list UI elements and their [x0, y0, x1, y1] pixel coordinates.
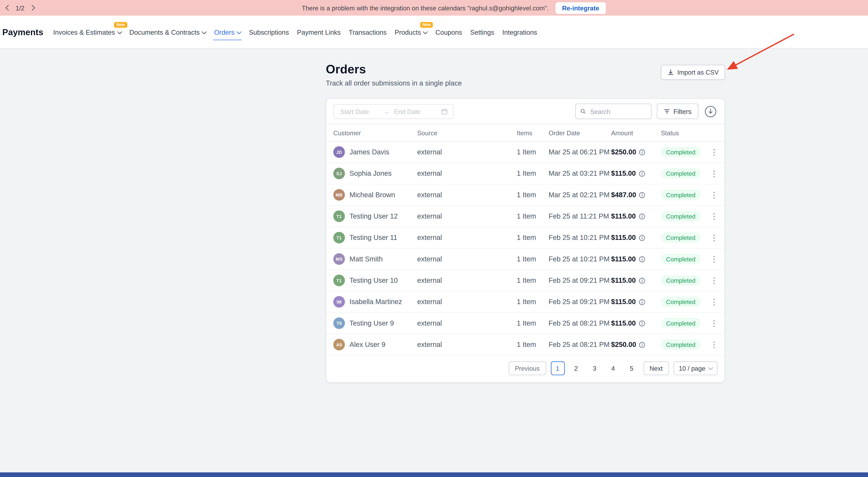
nav-label: Products [395, 29, 421, 36]
customer-name[interactable]: Testing User 11 [349, 234, 397, 242]
page-size-select[interactable]: 10 / page [674, 361, 717, 375]
next-page-button[interactable]: Next [643, 361, 669, 375]
customer-name[interactable]: Testing User 12 [349, 212, 398, 220]
col-customer: Customer [333, 129, 417, 136]
customer-name[interactable]: Testing User 9 [349, 319, 394, 327]
customer-name[interactable]: Testing User 10 [349, 276, 398, 284]
amount-value: $115.00 [611, 234, 636, 242]
info-icon[interactable] [639, 213, 645, 219]
info-icon[interactable] [639, 192, 646, 198]
row-actions-menu-icon[interactable]: ⋮ [704, 148, 724, 156]
new-badge: New [114, 22, 127, 28]
date-range-picker[interactable]: → [333, 104, 454, 119]
row-actions-menu-icon[interactable]: ⋮ [704, 212, 724, 220]
search-box[interactable] [575, 104, 651, 119]
status-badge: Completed [661, 254, 701, 264]
row-actions-menu-icon[interactable]: ⋮ [704, 191, 724, 199]
integration-alert-banner: 1/2 There is a problem with the integrat… [0, 0, 868, 15]
table-row[interactable]: T1Testing User 11 external 1 Item Feb 25… [327, 227, 724, 248]
avatar: MB [333, 189, 345, 201]
reintegrate-button[interactable]: Re-integrate [556, 2, 606, 14]
order-date-cell: Feb 25 at 09:21 PM [549, 276, 611, 284]
table-row[interactable]: T1Testing User 12 external 1 Item Feb 25… [327, 206, 724, 227]
row-actions-menu-icon[interactable]: ⋮ [704, 169, 724, 178]
status-cell: Completed [661, 275, 704, 286]
row-actions-menu-icon[interactable]: ⋮ [704, 234, 724, 242]
table-row[interactable]: A9Alex User 9 external 1 Item Feb 25 at … [327, 334, 724, 355]
nav-item-coupons[interactable]: Coupons [431, 21, 466, 43]
avatar: T1 [333, 232, 345, 243]
row-actions-menu-icon[interactable]: ⋮ [704, 298, 724, 306]
table-row[interactable]: MSMatt Smith external 1 Item Feb 25 at 1… [327, 248, 724, 270]
amount-cell: $115.00 [611, 234, 661, 242]
nav-item-subscriptions[interactable]: Subscriptions [245, 21, 293, 43]
nav-item-transactions[interactable]: Transactions [345, 21, 391, 43]
table-row[interactable]: JDJames Davis external 1 Item Mar 25 at … [327, 142, 724, 163]
filters-label: Filters [673, 108, 691, 115]
page-number-3[interactable]: 3 [588, 361, 601, 375]
page-title: Orders [326, 62, 462, 76]
export-download-button[interactable] [704, 104, 717, 118]
filter-icon [663, 108, 670, 114]
table-row[interactable]: T9Testing User 9 external 1 Item Feb 25 … [327, 313, 724, 334]
banner-next-icon[interactable] [28, 4, 35, 12]
source-cell: external [417, 212, 517, 220]
customer-name[interactable]: Micheal Brown [349, 191, 395, 199]
previous-page-button[interactable]: Previous [508, 361, 546, 375]
chevron-down-icon [708, 365, 713, 370]
customer-name[interactable]: Isabella Martinez [349, 298, 402, 306]
avatar: IM [333, 296, 345, 308]
table-row[interactable]: MBMicheal Brown external 1 Item Mar 25 a… [327, 184, 724, 206]
customer-name[interactable]: James Davis [349, 148, 389, 156]
status-cell: Completed [661, 232, 704, 243]
avatar: T1 [333, 275, 345, 286]
search-input[interactable] [589, 107, 646, 115]
banner-prev-icon[interactable] [5, 4, 12, 12]
start-date-input[interactable] [339, 107, 379, 115]
nav-label: Integrations [502, 29, 537, 36]
info-icon[interactable] [639, 149, 646, 155]
customer-name[interactable]: Matt Smith [349, 255, 383, 263]
source-cell: external [417, 319, 517, 327]
page-number-2[interactable]: 2 [569, 361, 583, 375]
nav-item-payment-links[interactable]: Payment Links [293, 21, 345, 43]
filters-button[interactable]: Filters [656, 104, 699, 119]
page-number-4[interactable]: 4 [606, 361, 620, 375]
nav-item-settings[interactable]: Settings [466, 21, 498, 43]
info-icon[interactable] [639, 320, 645, 327]
status-badge: Completed [661, 275, 701, 286]
table-row[interactable]: T1Testing User 10 external 1 Item Feb 25… [327, 270, 724, 292]
info-icon[interactable] [639, 299, 645, 305]
import-as-csv-button[interactable]: Import as CSV [661, 65, 725, 80]
row-actions-menu-icon[interactable]: ⋮ [704, 340, 724, 349]
page-number-5[interactable]: 5 [625, 361, 639, 375]
info-icon[interactable] [639, 341, 646, 348]
chevron-down-icon [237, 29, 242, 34]
status-badge: Completed [661, 297, 701, 307]
nav-item-documents-contracts[interactable]: Documents & Contracts [125, 21, 210, 43]
info-icon[interactable] [639, 235, 645, 241]
nav-item-integrations[interactable]: Integrations [498, 21, 541, 43]
info-icon[interactable] [639, 277, 645, 283]
row-actions-menu-icon[interactable]: ⋮ [704, 276, 724, 284]
nav-label: Documents & Contracts [129, 29, 199, 36]
info-icon[interactable] [639, 256, 645, 262]
customer-name[interactable]: Alex User 9 [349, 340, 385, 349]
table-row[interactable]: SJSophia Jones external 1 Item Mar 25 at… [327, 163, 724, 184]
customer-name[interactable]: Sophia Jones [349, 169, 392, 178]
row-actions-menu-icon[interactable]: ⋮ [704, 255, 724, 263]
calendar-icon [441, 108, 448, 115]
table-row[interactable]: IMIsabella Martinez external 1 Item Feb … [327, 292, 724, 313]
amount-value: $115.00 [611, 169, 636, 178]
nav-item-products[interactable]: Products New [391, 21, 431, 43]
end-date-input[interactable] [393, 107, 433, 115]
row-actions-menu-icon[interactable]: ⋮ [704, 319, 724, 327]
nav-item-invoices-estimates[interactable]: Invoices & Estimates New [49, 21, 125, 43]
page-number-1[interactable]: 1 [551, 361, 564, 375]
status-badge: Completed [661, 147, 701, 157]
footer-bar [0, 472, 868, 477]
amount-cell: $115.00 [611, 298, 661, 306]
info-icon[interactable] [639, 170, 645, 177]
arrow-right-icon: → [383, 108, 390, 115]
nav-item-orders[interactable]: Orders [210, 21, 245, 43]
